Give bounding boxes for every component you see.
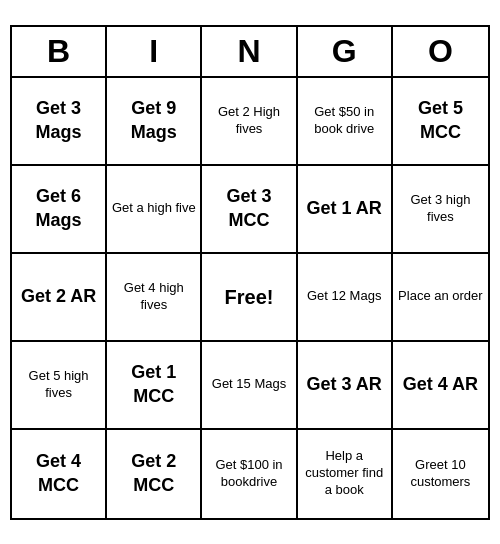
bingo-cell: Get 2 AR [12,254,107,342]
bingo-cell: Get 5 high fives [12,342,107,430]
bingo-cell: Free! [202,254,297,342]
bingo-header-letter: O [393,27,488,76]
bingo-grid: Get 3 MagsGet 9 MagsGet 2 High fivesGet … [12,78,488,518]
bingo-cell: Help a customer find a book [298,430,393,518]
bingo-cell: Place an order [393,254,488,342]
bingo-card: BINGO Get 3 MagsGet 9 MagsGet 2 High fiv… [10,25,490,520]
bingo-cell: Get 2 High fives [202,78,297,166]
bingo-header-letter: I [107,27,202,76]
bingo-header-letter: G [298,27,393,76]
bingo-cell: Get 5 MCC [393,78,488,166]
bingo-cell: Get 6 Mags [12,166,107,254]
bingo-cell: Get 3 high fives [393,166,488,254]
bingo-cell: Get 9 Mags [107,78,202,166]
bingo-cell: Get $100 in bookdrive [202,430,297,518]
bingo-cell: Get 15 Mags [202,342,297,430]
bingo-cell: Get a high five [107,166,202,254]
bingo-cell: Get 4 high fives [107,254,202,342]
bingo-cell: Get 1 MCC [107,342,202,430]
bingo-header-letter: B [12,27,107,76]
bingo-cell: Get 3 Mags [12,78,107,166]
bingo-cell: Get 2 MCC [107,430,202,518]
bingo-cell: Get 3 AR [298,342,393,430]
bingo-header-letter: N [202,27,297,76]
bingo-header: BINGO [12,27,488,78]
bingo-cell: Get $50 in book drive [298,78,393,166]
bingo-cell: Get 12 Mags [298,254,393,342]
bingo-cell: Get 3 MCC [202,166,297,254]
bingo-cell: Get 4 AR [393,342,488,430]
bingo-cell: Greet 10 customers [393,430,488,518]
bingo-cell: Get 1 AR [298,166,393,254]
bingo-cell: Get 4 MCC [12,430,107,518]
